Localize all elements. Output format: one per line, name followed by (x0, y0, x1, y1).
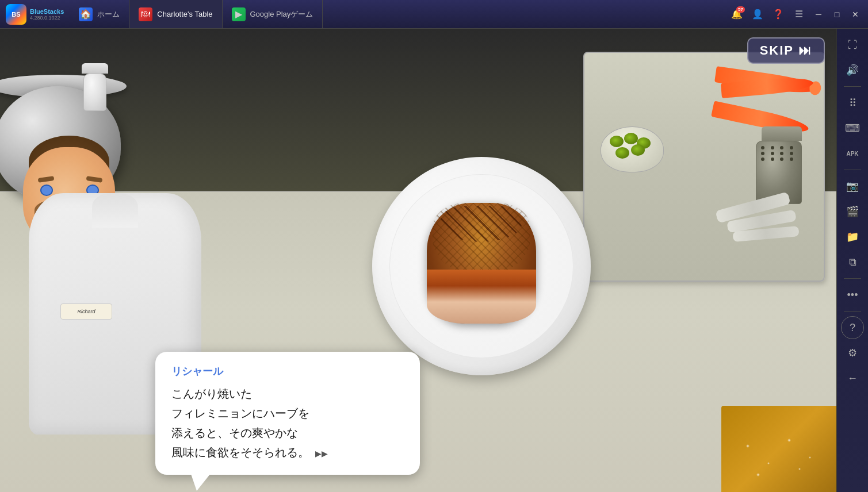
steak-grill-marks (441, 206, 522, 242)
tab-bar: 🏠 ホーム 🍽 Charlotte's Table ▶ Google Playゲ… (70, 0, 723, 28)
minimize-button[interactable]: ─ (810, 6, 827, 22)
carrots (710, 63, 825, 132)
account-button[interactable]: 👤 (748, 5, 767, 24)
grinder-dots (756, 141, 801, 166)
tab-game-label: Charlotte's Table (157, 10, 212, 18)
record-button[interactable]: 🎬 (841, 200, 864, 223)
game-area[interactable]: Richard SKIP ⏭ リシャール こんがり焼いたフィレミニョンにハーブを… (0, 29, 836, 492)
dialog-text: こんがり焼いたフィレミニョンにハーブを添えると、その爽やかな風味に食欲をそそられ… (171, 384, 404, 462)
sidebar-divider-3 (844, 278, 861, 279)
skip-icon: ⏭ (798, 43, 812, 58)
chef-eyebrow-left (38, 176, 55, 183)
menu-button[interactable]: ☰ (790, 5, 808, 24)
folder-button[interactable]: 📁 (841, 225, 864, 248)
olive-2 (624, 133, 638, 144)
grid-button[interactable]: ⠿ (841, 91, 864, 114)
olives-bowl (601, 126, 670, 184)
wood-corner (721, 406, 836, 492)
maximize-button[interactable]: □ (829, 6, 845, 22)
bluestacks-logo: BS BlueStacks 4.280.0.1022 (0, 4, 70, 25)
titlebar: BS BlueStacks 4.280.0.1022 🏠 ホーム 🍽 Charl… (0, 0, 868, 29)
settings-sidebar-button[interactable]: ⚙ (841, 341, 864, 364)
dialog-advance-indicator: ▶▶ (315, 449, 328, 458)
spoons (716, 190, 819, 259)
keyboard-button[interactable]: ⌨ (841, 117, 864, 140)
skip-label: SKIP (760, 43, 794, 58)
home-icon: 🏠 (79, 7, 93, 21)
volume-button[interactable]: 🔊 (841, 59, 864, 82)
tab-google[interactable]: ▶ Google Playゲーム (223, 0, 323, 28)
help-sidebar-button[interactable]: ? (841, 316, 864, 339)
olive-5 (631, 144, 645, 156)
right-sidebar: ⛶ 🔊 ⠿ ⌨ APK 📷 🎬 📁 ⧉ ••• ? ⚙ ← (836, 29, 868, 492)
app-logo: BS (6, 4, 26, 25)
dialog-content: こんがり焼いたフィレミニョンにハーブを添えると、その爽やかな風味に食欲をそそられ… (171, 387, 309, 459)
copy-button[interactable]: ⧉ (841, 251, 864, 274)
sidebar-divider-1 (844, 86, 861, 87)
tab-game[interactable]: 🍽 Charlotte's Table (129, 0, 222, 28)
notification-count: 57 (736, 6, 745, 13)
bowl (601, 126, 664, 172)
app-version: 4.280.0.1022 (30, 15, 64, 21)
main-content: Richard SKIP ⏭ リシャール こんがり焼いたフィレミニョンにハーブを… (0, 29, 868, 492)
steak-top (433, 203, 530, 275)
game-icon: 🍽 (139, 7, 152, 21)
shaker-cap (82, 63, 108, 74)
tab-home[interactable]: 🏠 ホーム (70, 0, 129, 28)
plate (372, 157, 591, 375)
chef-badge: Richard (60, 303, 112, 320)
app-brand: BlueStacks (30, 8, 64, 15)
chef-collar (92, 193, 138, 228)
salt-scatter (727, 429, 831, 486)
chef-eyebrow-right (86, 176, 103, 183)
ingredient-tray (583, 52, 825, 282)
help-button[interactable]: ❓ (769, 5, 787, 24)
olive-4 (615, 147, 629, 159)
back-sidebar-button[interactable]: ← (841, 367, 864, 390)
titlebar-controls: 🔔 57 👤 ❓ ☰ ─ □ ✕ (723, 5, 868, 24)
fullscreen-button[interactable]: ⛶ (841, 33, 864, 56)
skip-button[interactable]: SKIP ⏭ (747, 37, 825, 64)
grinder-top (762, 126, 802, 141)
google-icon: ▶ (232, 7, 246, 21)
olive-1 (610, 136, 624, 147)
screenshot-button[interactable]: 📷 (841, 175, 864, 198)
tab-home-label: ホーム (97, 9, 120, 20)
notification-bell-button[interactable]: 🔔 57 (728, 5, 746, 24)
tab-google-label: Google Playゲーム (250, 9, 313, 20)
steak-side (427, 270, 536, 324)
chef-left-eye (40, 184, 53, 196)
steak (427, 203, 536, 324)
character-name: リシャール (171, 364, 404, 378)
sidebar-divider-2 (844, 170, 861, 170)
sidebar-divider-4 (844, 311, 861, 312)
dialog-box[interactable]: リシャール こんがり焼いたフィレミニョンにハーブを添えると、その爽やかな風味に食… (155, 352, 420, 475)
apk-button[interactable]: APK (841, 142, 864, 165)
steak-body (427, 203, 536, 324)
close-button[interactable]: ✕ (847, 6, 863, 22)
more-button[interactable]: ••• (841, 283, 864, 306)
